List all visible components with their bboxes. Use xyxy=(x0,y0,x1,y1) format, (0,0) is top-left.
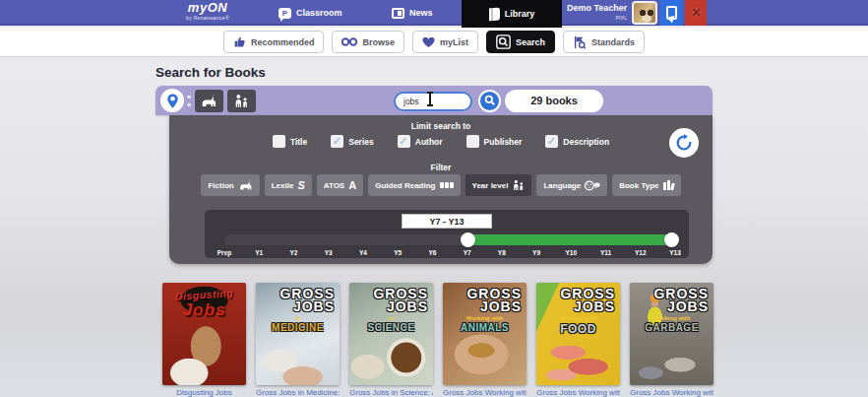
book-cover[interactable]: GROSSJOBS Working with GARBAGE xyxy=(630,283,713,385)
more-options-dots[interactable]: •• xyxy=(187,93,191,108)
checkbox-author[interactable]: Author xyxy=(398,135,443,148)
tab-library[interactable]: Library xyxy=(462,0,562,28)
tick-label: Y9 xyxy=(532,249,540,256)
tab-news[interactable]: News xyxy=(382,0,443,26)
book-stack-icon xyxy=(663,180,674,190)
book-result-gross-jobs-animals[interactable]: GROSSJOBS Working with ANIMALS Gross Job… xyxy=(443,283,527,397)
search-input[interactable] xyxy=(394,92,472,111)
tab-news-label: News xyxy=(409,8,433,18)
year-slider-track[interactable] xyxy=(224,234,675,245)
book-title-caption[interactable]: Gross Jobs Working with xyxy=(536,388,620,397)
close-button[interactable]: × xyxy=(685,0,707,26)
tick-label: Y5 xyxy=(394,249,402,256)
publisher-checkbox[interactable] xyxy=(466,135,479,148)
tick-label: Y13 xyxy=(669,249,681,256)
top-navbar: myON by Renaissance® P Classroom News Li… xyxy=(0,0,868,26)
chip-fiction[interactable]: Fiction xyxy=(201,174,259,196)
search-filter-panel: Limit search to Title Series Author Publ… xyxy=(169,115,713,264)
chip-guided-reading[interactable]: Guided Reading xyxy=(368,174,460,196)
tablet-cursor-icon xyxy=(666,6,677,20)
chip-year-level[interactable]: Year level xyxy=(465,174,532,196)
series-checkbox[interactable] xyxy=(331,135,343,148)
cover-title-line: GROSSJOBS xyxy=(260,288,335,313)
cover-title-line: GARBAGE xyxy=(630,322,713,333)
search-button[interactable]: Search xyxy=(486,31,555,53)
recommended-label: Recommended xyxy=(251,37,315,47)
book-cover[interactable]: Disgusting Jobs xyxy=(162,283,246,385)
checkbox-title[interactable]: Title xyxy=(273,135,307,148)
book-title-caption[interactable]: Gross Jobs in Medicine: An xyxy=(256,388,340,397)
limit-search-options: Title Series Author Publisher Descriptio… xyxy=(169,135,713,148)
description-checkbox[interactable] xyxy=(545,135,558,148)
browse-button[interactable]: Browse xyxy=(332,31,404,53)
book-result-gross-jobs-science[interactable]: GROSSJOBS in SCIENCE Gross Jobs in Scien… xyxy=(349,283,433,397)
myon-logo[interactable]: myON by Renaissance® xyxy=(175,1,240,21)
tab-library-label: Library xyxy=(505,9,535,19)
user-area: Demo Teacher PIXL × xyxy=(567,0,707,26)
year-slider-min-handle[interactable] xyxy=(461,232,475,247)
chip-atos[interactable]: ATOS A xyxy=(317,174,363,196)
logo-subtext: by Renaissance® xyxy=(175,15,240,21)
book-result-gross-jobs-garbage[interactable]: GROSSJOBS Working with GARBAGE Gross Job… xyxy=(630,283,713,397)
book-title-caption[interactable]: Gross Jobs Working with xyxy=(630,388,713,397)
chip-lexile[interactable]: Lexile S xyxy=(265,174,312,196)
tick-label: Prep xyxy=(217,249,231,256)
tick-label: Y8 xyxy=(498,249,506,256)
tick-label: Y11 xyxy=(600,249,611,256)
search-panel-header: •• 29 books xyxy=(155,86,713,115)
tick-label: Y3 xyxy=(325,249,333,256)
chip-guided-reading-label: Guided Reading xyxy=(375,181,435,190)
book-cover[interactable]: GROSSJOBS in SCIENCE xyxy=(349,283,433,385)
thumbs-up-icon xyxy=(233,35,246,48)
cover-title-line: Working with xyxy=(443,315,527,321)
series-checkbox-label: Series xyxy=(348,137,374,147)
mylist-button[interactable]: myList xyxy=(412,31,478,53)
checkbox-description[interactable]: Description xyxy=(545,135,609,148)
cover-title-line: GROSSJOBS xyxy=(634,288,709,313)
year-level-slider-panel: Y7 - Y13 Prep Y1 Y2 Y3 Y4 Y5 Y6 Y7 Y8 Y9… xyxy=(205,210,689,258)
reset-filters-button[interactable] xyxy=(669,128,699,158)
search-input-group xyxy=(394,90,501,112)
book-cover[interactable]: GROSSJOBS Working with ANIMALS xyxy=(443,283,527,385)
year-slider-max-handle[interactable] xyxy=(664,232,679,247)
avatar[interactable] xyxy=(632,1,657,25)
user-org: PIXL xyxy=(567,13,627,23)
filter-title: Filter xyxy=(169,163,713,172)
checkbox-publisher[interactable]: Publisher xyxy=(466,135,523,148)
chip-lexile-label: Lexile xyxy=(272,181,294,190)
book-cover[interactable]: GROSSJOBS Working with FOOD xyxy=(536,283,620,385)
unicorn-icon xyxy=(200,94,217,108)
fiction-toggle-chip[interactable] xyxy=(195,90,223,112)
chip-book-type[interactable]: Book Type xyxy=(612,174,680,196)
book-title-caption[interactable]: Gross Jobs in Science: An xyxy=(349,388,433,397)
audience-toggle-chip[interactable] xyxy=(227,90,256,112)
book-title-caption[interactable]: Disgusting Jobs xyxy=(162,388,246,397)
tick-label: Y7 xyxy=(464,249,471,256)
tick-label: Y10 xyxy=(565,249,577,256)
standards-button[interactable]: Standards xyxy=(563,31,645,53)
publisher-checkbox-label: Publisher xyxy=(484,137,523,147)
author-checkbox[interactable] xyxy=(398,135,410,148)
book-title-caption[interactable]: Gross Jobs Working with xyxy=(443,388,527,397)
tab-classroom[interactable]: P Classroom xyxy=(269,0,352,26)
face-bubble-icon xyxy=(585,180,600,191)
refresh-icon xyxy=(675,134,693,152)
book-result-disgusting-jobs[interactable]: Disgusting Jobs Disgusting Jobs xyxy=(162,283,246,397)
book-result-gross-jobs-food[interactable]: GROSSJOBS Working with FOOD Gross Jobs W… xyxy=(536,283,620,397)
standards-label: Standards xyxy=(591,37,635,47)
cover-title-line: in xyxy=(349,315,433,321)
classroom-icon: P xyxy=(279,8,291,19)
recommended-button[interactable]: Recommended xyxy=(223,31,325,53)
checkbox-series[interactable]: Series xyxy=(331,135,374,148)
search-submit-button[interactable] xyxy=(478,90,501,112)
tick-label: Y4 xyxy=(359,249,367,256)
book-cover[interactable]: GROSSJOBS in MEDICINE xyxy=(256,283,340,385)
book-result-gross-jobs-medicine[interactable]: GROSSJOBS in MEDICINE Gross Jobs in Medi… xyxy=(256,283,340,397)
device-button[interactable] xyxy=(660,0,682,26)
filter-chip-row: Fiction Lexile S ATOS A Guided Reading Y… xyxy=(169,174,713,196)
map-pin-icon xyxy=(166,94,179,108)
chip-book-type-label: Book Type xyxy=(619,181,658,190)
chip-language[interactable]: Language xyxy=(536,174,607,196)
title-checkbox[interactable] xyxy=(273,135,285,148)
grl-blocks-icon xyxy=(440,182,454,188)
